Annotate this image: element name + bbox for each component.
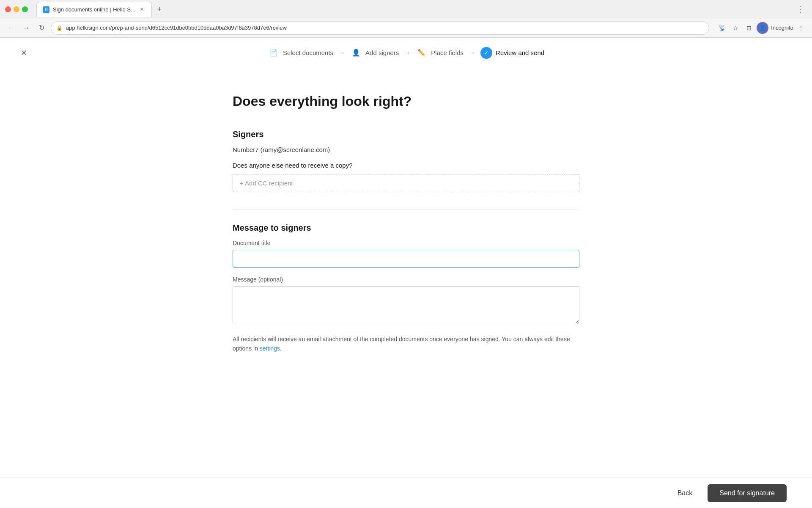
message-group: Message (optional) [233, 276, 579, 326]
traffic-lights [5, 6, 28, 12]
select-documents-label: Select documents [283, 49, 333, 56]
step-add-signers[interactable]: 👤 Add signers [350, 47, 399, 59]
info-text: All recipients will receive an email att… [233, 334, 579, 353]
step-place-fields[interactable]: ✏️ Place fields [416, 47, 464, 59]
add-cc-recipient-button[interactable]: + Add CC recipient [233, 174, 579, 192]
step-arrow-3: → [469, 49, 475, 57]
step-arrow-2: → [404, 49, 411, 57]
title-bar: H Sign documents online | Hello S... ✕ +… [0, 0, 812, 19]
new-tab-button[interactable]: + [154, 3, 165, 15]
footer: Back Send for signature [0, 478, 812, 508]
add-signers-icon: 👤 [350, 47, 362, 59]
divider [233, 209, 579, 210]
reload-button[interactable]: ↻ [36, 22, 47, 34]
signers-section: Signers Number7 (ramy@screenlane.com) Do… [233, 130, 579, 192]
maximize-traffic-light[interactable] [22, 6, 28, 12]
settings-link[interactable]: settings [260, 345, 280, 352]
address-bar[interactable]: 🔒 app.hellosign.com/prep-and-send/d6512c… [51, 21, 709, 35]
steps-nav: 📄 Select documents → 👤 Add signers → ✏️ … [268, 47, 544, 59]
browser-chrome: H Sign documents online | Hello S... ✕ +… [0, 0, 812, 38]
select-documents-icon: 📄 [268, 47, 280, 59]
back-button[interactable]: Back [669, 485, 701, 501]
tab-bar: H Sign documents online | Hello S... ✕ + [36, 2, 790, 17]
place-fields-label: Place fields [431, 49, 464, 56]
browser-menu-icon[interactable]: ⊡ [743, 22, 755, 34]
browser-more-options[interactable]: ⋮ [793, 3, 807, 16]
profile-avatar: 👤 [757, 22, 768, 34]
tab-title: Sign documents online | Hello S... [53, 6, 135, 13]
tab-close-button[interactable]: ✕ [139, 6, 145, 13]
cc-placeholder-text: + Add CC recipient [240, 179, 293, 187]
message-section: Message to signers Document title Messag… [233, 223, 579, 353]
step-select-documents[interactable]: 📄 Select documents [268, 47, 333, 59]
info-text-before: All recipients will receive an email att… [233, 336, 570, 352]
active-tab[interactable]: H Sign documents online | Hello S... ✕ [36, 2, 152, 17]
message-textarea[interactable] [233, 286, 579, 324]
profile-area[interactable]: 👤 Incognito [757, 22, 793, 34]
page-title: Does everything look right? [233, 94, 579, 109]
close-button[interactable]: ✕ [17, 46, 30, 60]
add-signers-label: Add signers [365, 49, 399, 56]
cc-question-text: Does anyone else need to receive a copy? [233, 162, 579, 169]
bookmark-icon[interactable]: ☆ [730, 22, 741, 34]
minimize-traffic-light[interactable] [14, 6, 19, 12]
app-header: ✕ 📄 Select documents → 👤 Add signers → ✏… [0, 38, 812, 68]
browser-nav: ← → ↻ 🔒 app.hellosign.com/prep-and-send/… [0, 19, 812, 37]
close-traffic-light[interactable] [5, 6, 11, 12]
step-review-and-send[interactable]: ✓ Review and send [480, 47, 544, 59]
place-fields-icon: ✏️ [416, 47, 428, 59]
review-and-send-icon: ✓ [480, 47, 492, 59]
document-title-input[interactable] [233, 250, 579, 268]
back-button[interactable]: ← [5, 22, 17, 34]
step-arrow-1: → [338, 49, 345, 57]
info-text-after: . [280, 345, 282, 352]
browser-options-icon[interactable]: ⋮ [795, 22, 807, 34]
forward-button[interactable]: → [20, 22, 32, 34]
document-title-label: Document title [233, 240, 579, 246]
document-title-group: Document title [233, 240, 579, 268]
signers-section-title: Signers [233, 130, 579, 139]
send-for-signature-button[interactable]: Send for signature [708, 484, 787, 502]
main-content: Does everything look right? Signers Numb… [216, 68, 596, 396]
cast-icon[interactable]: 📡 [716, 22, 728, 34]
message-label: Message (optional) [233, 276, 579, 283]
signer-name: Number7 (ramy@screenlane.com) [233, 146, 579, 153]
nav-icons: 📡 ☆ ⊡ 👤 Incognito ⋮ [716, 22, 807, 34]
tab-favicon: H [43, 6, 49, 13]
incognito-label: Incognito [771, 25, 793, 31]
review-and-send-label: Review and send [496, 49, 544, 56]
message-section-title: Message to signers [233, 223, 579, 233]
lock-icon: 🔒 [56, 25, 63, 31]
url-text: app.hellosign.com/prep-and-send/d6512cc9… [66, 25, 704, 31]
